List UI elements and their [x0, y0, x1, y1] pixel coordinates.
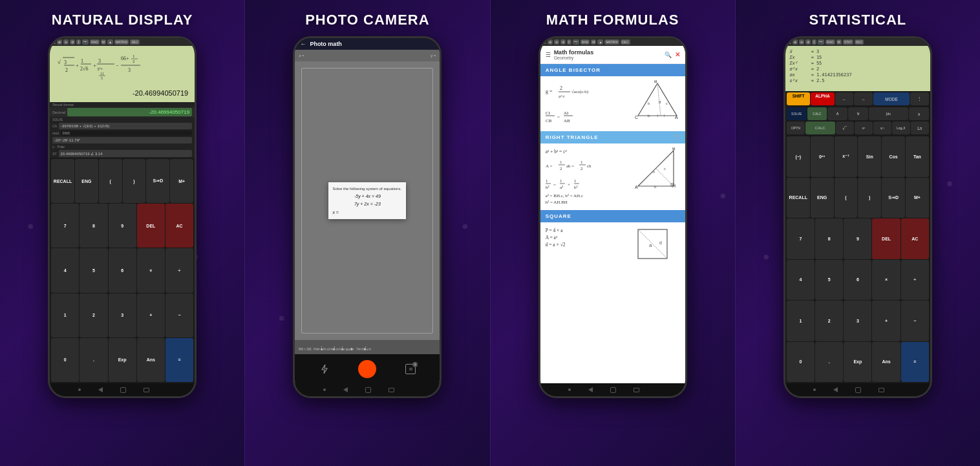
- heart-icon-1[interactable]: ♡: [674, 67, 680, 74]
- btn4-div[interactable]: ÷: [901, 260, 929, 301]
- nav-recent-4[interactable]: [879, 388, 884, 392]
- btn-8[interactable]: 8: [80, 204, 107, 248]
- btn4-cos[interactable]: Cos: [882, 136, 905, 177]
- btn4-tan[interactable]: Tan: [906, 136, 929, 177]
- btn-right[interactable]: →: [854, 92, 872, 105]
- btn4-sin[interactable]: Sin: [858, 136, 881, 177]
- shift-button[interactable]: SHIFT: [787, 92, 810, 105]
- btn4-xinv[interactable]: x⁻¹: [835, 136, 858, 177]
- btn-mode[interactable]: MODE: [873, 92, 910, 105]
- btn-down[interactable]: ∨: [848, 107, 868, 120]
- btn-integral[interactable]: ∫dx: [869, 107, 908, 120]
- nav-back-1[interactable]: [98, 387, 103, 392]
- btn4-sub[interactable]: −: [901, 301, 929, 341]
- btn4-4[interactable]: 4: [787, 260, 815, 301]
- crop-icon[interactable]: ⊞ 4: [405, 364, 416, 374]
- btn4-neg[interactable]: (−): [787, 136, 810, 177]
- btn-del[interactable]: DEL: [137, 204, 165, 248]
- btn-add[interactable]: +: [137, 293, 165, 337]
- btn4-sd[interactable]: S⇒D: [882, 178, 905, 218]
- shutter-button[interactable]: [358, 360, 376, 378]
- nav-home-1[interactable]: [120, 387, 126, 393]
- btn-3[interactable]: 3: [109, 293, 136, 337]
- btn4-2[interactable]: 2: [815, 301, 843, 341]
- btn-5[interactable]: 5: [80, 248, 107, 292]
- btn4-del[interactable]: DEL: [872, 218, 900, 259]
- heart-icon-3[interactable]: ♡: [674, 213, 680, 220]
- btn-ln[interactable]: Ln: [911, 122, 929, 134]
- btn-log-a[interactable]: LogₐX: [892, 122, 910, 134]
- nav-recent-3[interactable]: [634, 388, 639, 392]
- nav-back-4[interactable]: [833, 387, 838, 392]
- nav-home-4[interactable]: [855, 387, 861, 393]
- btn4-lparen[interactable]: (: [835, 178, 858, 218]
- btn4-add[interactable]: +: [872, 301, 900, 341]
- nav-recent-1[interactable]: [144, 388, 149, 392]
- btn-4[interactable]: 4: [51, 248, 79, 292]
- btn-9[interactable]: 9: [109, 204, 136, 248]
- nav-home-3[interactable]: [610, 387, 616, 393]
- btn-mplus[interactable]: M+: [170, 159, 193, 203]
- btn-ans[interactable]: Ans: [137, 338, 165, 382]
- btn-rparen[interactable]: ): [123, 159, 146, 203]
- btn-xsquare[interactable]: x□: [873, 122, 891, 134]
- btn-7[interactable]: 7: [51, 204, 79, 248]
- btn4-1[interactable]: 1: [787, 301, 815, 341]
- btn-2[interactable]: 2: [80, 293, 107, 337]
- btn-x2[interactable]: x²: [855, 122, 873, 134]
- close-icon[interactable]: ✕: [675, 51, 680, 58]
- btn4-recall[interactable]: RECALL: [787, 178, 810, 218]
- nav-home-2[interactable]: [365, 387, 371, 393]
- btn-6[interactable]: 6: [109, 248, 136, 292]
- btn4-mplus[interactable]: M+: [906, 178, 929, 218]
- btn-x-stat[interactable]: x: [909, 107, 929, 120]
- btn4-0[interactable]: 0: [787, 342, 815, 383]
- btn4-8[interactable]: 8: [815, 218, 843, 259]
- btn-exp[interactable]: Exp: [109, 338, 136, 382]
- btn4-ans[interactable]: Ans: [872, 342, 900, 383]
- btn4-rparen[interactable]: ): [858, 178, 881, 218]
- btn4-ac[interactable]: AC: [901, 218, 929, 259]
- heart-icon-2[interactable]: ♡: [674, 134, 680, 141]
- alpha-button[interactable]: ALPHA: [811, 92, 834, 105]
- btn-eq[interactable]: =: [165, 338, 193, 382]
- btn-ac[interactable]: AC: [165, 204, 193, 248]
- btn-mul[interactable]: ×: [137, 248, 165, 292]
- btn-1[interactable]: 1: [51, 293, 79, 337]
- btn4-eq[interactable]: =: [901, 342, 929, 383]
- btn-sub[interactable]: −: [165, 293, 193, 337]
- btn-up[interactable]: ∧: [827, 107, 847, 120]
- btn4-7[interactable]: 7: [787, 218, 815, 259]
- btn-dot[interactable]: .: [80, 338, 107, 382]
- nav-back-2[interactable]: [343, 387, 348, 392]
- flash-icon[interactable]: [319, 364, 330, 374]
- nav-recent-2[interactable]: [389, 388, 394, 392]
- btn4-eng[interactable]: ENG: [811, 178, 834, 218]
- btn-sqrt-stat[interactable]: √¯: [836, 122, 854, 134]
- nav-back-3[interactable]: [588, 387, 593, 392]
- btn-lparen[interactable]: (: [99, 159, 122, 203]
- btn-div[interactable]: ÷: [165, 248, 193, 292]
- btn4-exp[interactable]: Exp: [844, 342, 871, 383]
- btn-0[interactable]: 0: [51, 338, 79, 382]
- btn-optn[interactable]: OPTN: [787, 122, 805, 134]
- btn-sd[interactable]: S⇒D: [146, 159, 169, 203]
- btn4-9[interactable]: 9: [844, 218, 871, 259]
- btn-recall[interactable]: RECALL: [51, 159, 74, 203]
- panel-natural-display: NATURAL DISPLAY ☰ ⊕ ⊖ ⚙ Σ 📷 RAD M ▲ MATR…: [0, 0, 244, 466]
- btn4-5[interactable]: 5: [815, 260, 843, 301]
- btn-calc[interactable]: CALC: [807, 107, 827, 120]
- search-icon[interactable]: 🔍: [665, 52, 672, 58]
- back-arrow[interactable]: ←: [300, 41, 306, 47]
- btn4-onn[interactable]: 0ⁿⁿ: [811, 136, 834, 177]
- btn4-mul[interactable]: ×: [872, 260, 900, 301]
- btn4-3[interactable]: 3: [844, 301, 871, 341]
- btn4-dot[interactable]: .: [815, 342, 843, 383]
- calc-label[interactable]: CALC: [805, 122, 835, 134]
- btn-more[interactable]: ⋮: [910, 92, 928, 105]
- btn4-6[interactable]: 6: [844, 260, 871, 301]
- btn-solve[interactable]: SOLVE: [787, 107, 807, 120]
- btn-eng[interactable]: ENG: [75, 159, 98, 203]
- hamburger-icon[interactable]: ☰: [546, 52, 551, 58]
- btn-left[interactable]: ←: [835, 92, 853, 105]
